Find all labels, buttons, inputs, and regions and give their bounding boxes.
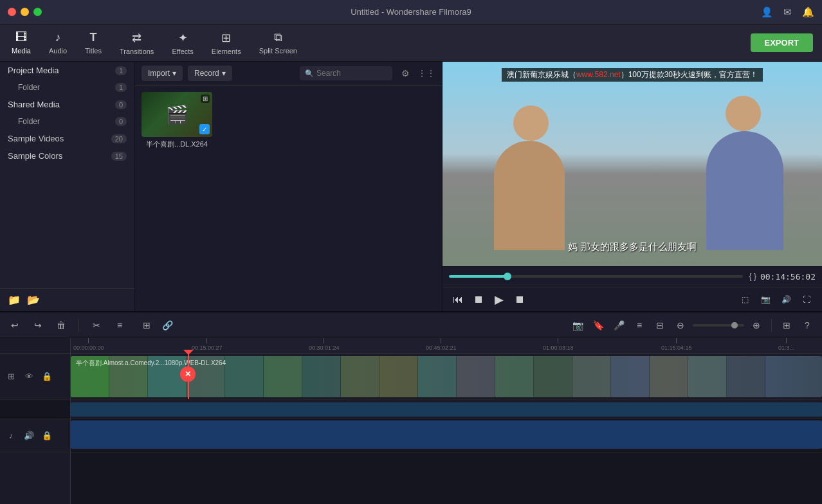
record-label: Record (194, 69, 219, 78)
video-track-eye-icon[interactable]: 👁 (22, 370, 36, 384)
grid-icon[interactable]: ⋮⋮ (417, 68, 435, 78)
sidebar-item-shared-media[interactable]: Shared Media 0 (0, 96, 134, 113)
tab-splitscreen[interactable]: ⧉ Split Screen (250, 28, 306, 57)
media-item[interactable]: 🎬 ⊞ ✓ 半个喜剧...DL.X264 (142, 92, 212, 149)
media-item-label: 半个喜剧...DL.X264 (142, 140, 212, 149)
filter-icon[interactable]: ⚙ (401, 68, 410, 78)
video-track-lock-icon[interactable]: 🔒 (40, 370, 54, 384)
track-controls-left: ⊞ 🔗 (138, 317, 176, 334)
record-button[interactable]: Record ▾ (188, 66, 232, 81)
bookmark-icon[interactable]: 🔖 (590, 317, 607, 334)
caption-icon[interactable]: ≡ (631, 317, 648, 334)
ruler-mark-3: 00:45:02:21 (426, 338, 457, 351)
help-icon[interactable]: ? (799, 317, 816, 334)
minus-icon[interactable]: ⊖ (672, 317, 689, 334)
ruler-mark-5: 01:15:04:15 (661, 338, 692, 351)
elements-icon: ⊞ (221, 31, 231, 45)
folder-import-icon[interactable]: 📂 (27, 294, 40, 306)
notification-icon[interactable]: 🔔 (802, 6, 814, 18)
tab-media[interactable]: 🎞 Media (3, 28, 40, 57)
audio-track-volume-icon[interactable]: 🔊 (22, 429, 36, 443)
ruler-mark-4: 01:00:03:18 (543, 338, 574, 351)
list-button[interactable]: ≡ (111, 317, 128, 334)
person-right (706, 131, 783, 250)
secondary-track-row (71, 400, 822, 419)
person-left (494, 141, 565, 250)
add-folder-icon[interactable]: 📁 (8, 294, 21, 306)
audio-track-label: ♪ 🔊 🔒 (0, 419, 70, 453)
track-labels: ⊞ 👁 🔒 ♪ 🔊 🔒 (0, 338, 71, 504)
frame-back-button[interactable]: ⏹ (470, 291, 488, 309)
fullscreen-icon[interactable]: ⛶ (798, 291, 816, 309)
window-title: Untitled - Wondershare Filmora9 (351, 7, 471, 17)
clip-thumb-10 (457, 356, 495, 397)
timeline-ruler: 00:00:00:00 00:15:00:27 00:30:01:24 00:4… (71, 338, 822, 354)
video-clip[interactable]: 半个喜剧.Almost.a.Comedy.2...1080p.WEB-DL.X2… (71, 356, 822, 397)
video-subtitle: 妈 那女的跟多多是什么朋友啊 (568, 241, 696, 253)
stop-button[interactable]: ⏹ (511, 291, 529, 309)
sidebar-item-project-media[interactable]: Project Media 1 (0, 62, 134, 79)
search-box[interactable]: 🔍 (300, 66, 392, 80)
close-button[interactable] (8, 8, 16, 16)
import-button[interactable]: Import ▾ (142, 66, 183, 81)
clip-thumb-12 (534, 356, 572, 397)
play-button[interactable]: ▶ (490, 291, 508, 309)
mic-icon[interactable]: 🎤 (610, 317, 627, 334)
tab-titles[interactable]: T Titles (76, 28, 111, 57)
tab-effects[interactable]: ✦ Effects (163, 28, 202, 58)
search-icon: 🔍 (305, 69, 314, 78)
tab-media-label: Media (12, 47, 31, 55)
ruler-mark-1-label: 00:15:00:27 (192, 345, 223, 351)
export-button[interactable]: EXPORT (751, 33, 813, 52)
tab-splitscreen-label: Split Screen (259, 47, 297, 55)
plus-icon[interactable]: ⊕ (748, 317, 765, 334)
progress-bar[interactable] (449, 275, 743, 278)
preview-area: 澳门新葡京娱乐城（www.582.net）100万提款30秒火速到账，官方直营！… (443, 62, 822, 311)
audio-clip[interactable] (71, 420, 822, 449)
audio-track-note-icon[interactable]: ♪ (4, 429, 18, 443)
progress-fill (449, 275, 507, 278)
skip-back-button[interactable]: ⏮ (449, 291, 467, 309)
selected-check-icon: ✓ (199, 124, 210, 134)
tab-audio[interactable]: ♪ Audio (40, 28, 76, 57)
zoom-slider[interactable] (693, 324, 744, 327)
add-track-icon[interactable]: ⊞ (138, 317, 155, 334)
shared-media-count: 0 (115, 100, 127, 109)
clip-thumb-17 (727, 356, 765, 397)
ruler-mark-2-label: 00:30:01:24 (309, 345, 340, 351)
link-icon[interactable]: 🔗 (159, 317, 176, 334)
snapshot-icon[interactable]: 📷 (756, 291, 774, 309)
account-icon[interactable]: 👤 (761, 6, 773, 18)
sidebar-item-folder-1[interactable]: Folder 1 (0, 79, 134, 96)
message-icon[interactable]: ✉ (783, 6, 792, 18)
tab-transitions[interactable]: ⇄ Transitions (111, 28, 163, 58)
sample-colors-label: Sample Colors (8, 151, 62, 161)
timeline-area: ↩ ↪ 🗑 ✂ ≡ ⊞ 🔗 📷 🔖 🎤 ≡ ⊟ ⊖ ⊕ ⊞ ? (0, 311, 822, 504)
maximize-button[interactable] (33, 8, 42, 16)
fullscreen-preview-icon[interactable]: ⬚ (736, 291, 754, 309)
minimize-button[interactable] (21, 8, 29, 16)
secondary-clip[interactable] (71, 402, 822, 417)
toolbar-divider (78, 319, 79, 332)
delete-button[interactable]: 🗑 (53, 317, 69, 334)
undo-button[interactable]: ↩ (6, 317, 23, 334)
audio-icon: ♪ (55, 31, 61, 44)
sample-videos-count: 20 (111, 134, 127, 143)
tab-transitions-label: Transitions (120, 48, 154, 55)
tab-elements[interactable]: ⊞ Elements (203, 28, 250, 58)
pip-icon[interactable]: ⊟ (652, 317, 668, 334)
sidebar-item-sample-colors[interactable]: Sample Colors 15 (0, 147, 134, 165)
video-track-grid-icon[interactable]: ⊞ (4, 370, 18, 384)
clip-thumb-6 (302, 356, 341, 397)
layout-icon[interactable]: ⊞ (778, 317, 795, 334)
cut-button[interactable]: ✂ (88, 317, 105, 334)
redo-button[interactable]: ↪ (30, 317, 46, 334)
search-input[interactable] (316, 69, 387, 78)
audio-track-lock-icon[interactable]: 🔒 (40, 429, 54, 443)
progress-knob[interactable] (504, 273, 511, 280)
clip-thumb-9 (418, 356, 457, 397)
volume-icon[interactable]: 🔊 (777, 291, 795, 309)
sidebar-item-folder-2[interactable]: Folder 0 (0, 113, 134, 130)
sidebar-item-sample-videos[interactable]: Sample Videos 20 (0, 130, 134, 147)
camera-icon[interactable]: 📷 (569, 317, 586, 334)
